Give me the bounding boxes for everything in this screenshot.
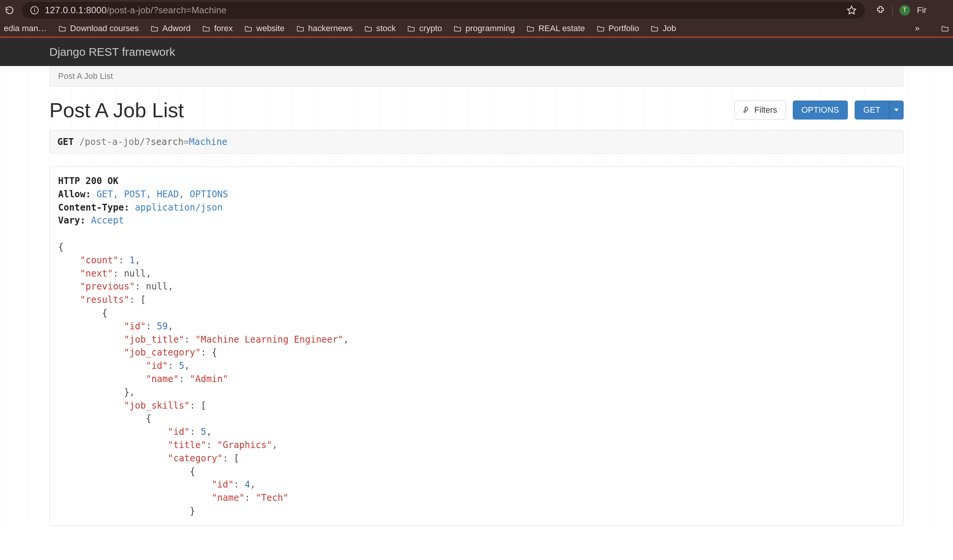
get-button[interactable]: GET <box>855 101 889 120</box>
folder-icon <box>526 25 535 32</box>
header-value-contenttype: application/json <box>135 202 222 213</box>
get-split-button: GET <box>855 101 904 120</box>
bookmarks-bar: edia man… Download courses Adword forex … <box>0 20 953 38</box>
bookmark-label: Job <box>663 24 676 33</box>
separator <box>892 5 893 16</box>
folder-icon <box>244 25 252 32</box>
folder-icon <box>150 25 159 32</box>
browser-toolbar: i 127.0.0.1:8000/post-a-job/?search=Mach… <box>0 0 953 20</box>
folder-icon <box>407 25 415 32</box>
filters-button[interactable]: Filters <box>734 101 786 120</box>
header-value-allow: GET, POST, HEAD, OPTIONS <box>96 189 228 200</box>
title-row: Post A Job List Filters OPTIONS GET <box>49 98 904 122</box>
bookmark-label: stock <box>376 24 396 33</box>
status-line: HTTP 200 OK <box>58 176 118 186</box>
folder-icon <box>364 25 372 32</box>
bookmark-label: website <box>256 24 285 33</box>
bookmark-label: forex <box>214 24 233 33</box>
header-name-vary: Vary: <box>58 215 85 226</box>
folder-icon <box>58 25 66 32</box>
drf-brand-link[interactable]: Django REST framework <box>49 46 175 58</box>
folder-icon <box>453 25 462 32</box>
bookmark-item[interactable]: crypto <box>407 24 442 33</box>
bookmark-item[interactable]: REAL estate <box>526 24 585 33</box>
profile-avatar[interactable]: T <box>899 5 910 16</box>
bookmark-item[interactable]: hackernews <box>296 24 353 33</box>
header-name-allow: Allow: <box>58 189 91 200</box>
bookmark-item[interactable]: Portfolio <box>596 24 639 33</box>
folder-icon <box>202 25 210 32</box>
get-dropdown-toggle[interactable] <box>889 101 904 120</box>
options-label: OPTIONS <box>802 105 839 115</box>
bookmark-item[interactable]: stock <box>364 24 396 33</box>
options-button[interactable]: OPTIONS <box>793 101 848 120</box>
page-content: Post A Job List Post A Job List Filters … <box>0 66 953 526</box>
browser-right-label: Fir <box>917 5 927 15</box>
bookmark-label: Adword <box>163 24 191 33</box>
bookmark-label: Portfolio <box>609 24 639 33</box>
bookmark-item[interactable]: forex <box>202 24 233 33</box>
drf-header: Django REST framework <box>0 38 953 66</box>
folder-icon[interactable] <box>941 25 949 32</box>
folder-icon <box>596 25 605 32</box>
folder-icon <box>650 25 659 32</box>
request-eq: = <box>183 137 189 147</box>
action-buttons: Filters OPTIONS GET <box>734 101 904 120</box>
wrench-icon <box>743 106 751 114</box>
profile-initial: T <box>903 7 907 14</box>
bookmark-item[interactable]: Download courses <box>58 24 139 33</box>
bookmark-item[interactable]: website <box>244 24 285 33</box>
header-name-contenttype: Content-Type: <box>58 202 129 213</box>
request-line: GET /post-a-job/?search=Machine <box>49 130 904 154</box>
folder-icon <box>296 25 305 32</box>
bookmark-label: hackernews <box>308 24 353 33</box>
page-title: Post A Job List <box>49 98 734 122</box>
bookmark-item[interactable]: programming <box>453 24 515 33</box>
response-box: HTTP 200 OK Allow: GET, POST, HEAD, OPTI… <box>49 167 904 526</box>
response-json-body: { "count": 1, "next": null, "previous": … <box>58 242 349 516</box>
extensions-icon[interactable] <box>876 5 885 15</box>
request-method: GET <box>57 137 74 147</box>
bookmark-label: edia man… <box>4 24 47 33</box>
request-query-value: Machine <box>189 137 227 147</box>
site-info-icon[interactable]: i <box>30 6 39 14</box>
bookmark-item[interactable]: edia man… <box>4 24 47 33</box>
bookmark-item[interactable]: Job <box>650 24 676 33</box>
browser-top-right: T Fir <box>873 5 927 16</box>
filters-label: Filters <box>754 105 777 115</box>
bookmark-label: Download courses <box>70 24 139 33</box>
url-host: 127.0.0.1:8000 <box>45 5 107 15</box>
bookmark-label: programming <box>465 24 515 33</box>
svg-marker-1 <box>894 109 899 111</box>
bookmark-star-icon[interactable] <box>847 5 857 15</box>
bookmark-label: REAL estate <box>538 24 585 33</box>
reload-icon[interactable] <box>5 5 14 15</box>
bookmark-item[interactable]: Adword <box>150 24 191 33</box>
get-label: GET <box>863 105 880 115</box>
breadcrumb-item[interactable]: Post A Job List <box>58 71 113 81</box>
breadcrumb: Post A Job List <box>49 66 904 87</box>
bookmark-label: crypto <box>419 24 442 33</box>
url-path: /post-a-job/?search=Machine <box>107 5 227 15</box>
request-qmark: ? <box>145 137 150 147</box>
svg-marker-0 <box>847 6 856 14</box>
header-value-vary: Accept <box>91 215 124 226</box>
caret-down-icon <box>894 108 899 112</box>
request-path: /post-a-job/ <box>79 137 145 147</box>
address-bar[interactable]: i 127.0.0.1:8000/post-a-job/?search=Mach… <box>22 2 865 19</box>
url-text: 127.0.0.1:8000/post-a-job/?search=Machin… <box>45 5 227 16</box>
request-query-key: search <box>151 137 184 147</box>
bookmarks-overflow-icon[interactable]: » <box>915 24 920 33</box>
